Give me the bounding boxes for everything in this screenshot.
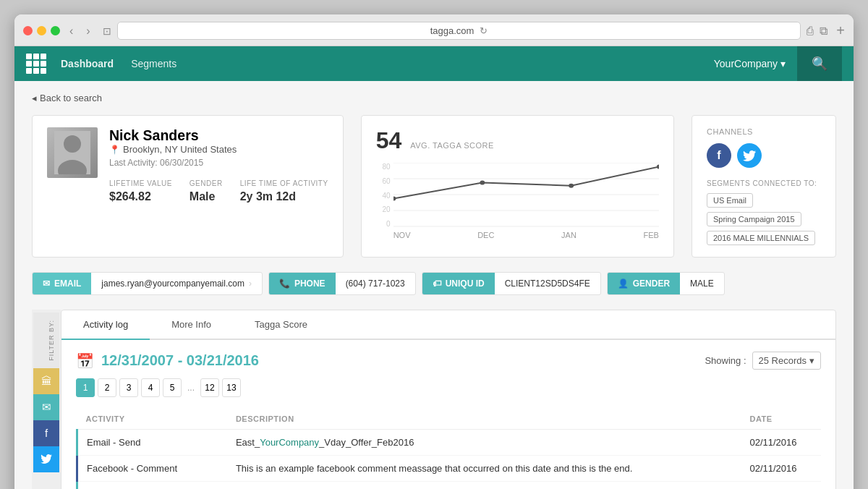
- phone-icon: 📞: [279, 278, 290, 289]
- page-button-1[interactable]: 1: [76, 378, 95, 397]
- chevron-down-icon: ▾: [780, 58, 786, 69]
- chevron-right-icon: ›: [249, 278, 252, 289]
- uniqueid-value: CLIENT12SD5DS4FE: [495, 273, 600, 294]
- col-description: DESCRIPTION: [227, 409, 741, 430]
- nav-dashboard[interactable]: Dashboard: [61, 58, 114, 69]
- channels-title: CHANNELS: [707, 127, 821, 136]
- tab-tagga-score[interactable]: Tagga Score: [233, 310, 329, 340]
- chart-card: 54 AVG. TAGGA SCORE 80 60 40 20 0: [361, 115, 674, 258]
- page-button-2[interactable]: 2: [98, 378, 116, 397]
- tab-more-info[interactable]: More Info: [150, 310, 233, 340]
- date-cell: 02/11/2016: [741, 456, 821, 482]
- table-row: MyBookMessage - Send Welcome Home (Email…: [77, 482, 822, 490]
- table-header: ACTIVITY DESCRIPTION DATE: [77, 409, 822, 430]
- table-row: Email - Send East_YourCompany_Vday_Offer…: [77, 430, 822, 456]
- filter-bank-button[interactable]: 🏛: [33, 368, 59, 394]
- chart-header: 54 AVG. TAGGA SCORE: [376, 127, 659, 154]
- back-to-search-link[interactable]: ◂ Back to search: [32, 93, 836, 103]
- phone-value: (604) 717-1023: [336, 273, 415, 294]
- svg-point-1: [64, 135, 81, 153]
- chart-axis-labels: NOV DEC JAN FEB: [376, 231, 659, 239]
- twitter-icon[interactable]: [737, 143, 762, 168]
- app-nav: Dashboard Segments YourCompany ▾ 🔍: [14, 46, 854, 81]
- page-button-4[interactable]: 4: [141, 378, 160, 397]
- main-with-sidebar: FILTER BY: 🏛 ✉ f Activity log More Info …: [32, 310, 836, 489]
- chart-score: 54: [376, 127, 402, 154]
- contact-uniqueid: 🏷 UNIQU ID CLIENT12SD5DS4FE: [422, 272, 601, 295]
- stat-lifetime-activity: LIFE TIME OF ACTIVITY 2y 3m 12d: [240, 179, 328, 203]
- traffic-lights: [23, 26, 60, 35]
- records-select[interactable]: 25 Records ▾: [752, 352, 821, 370]
- svg-point-8: [393, 197, 396, 201]
- duplicate-button[interactable]: ⧉: [820, 25, 827, 38]
- stat-lifetime-value: LIFETIME VALUE $264.82: [109, 179, 172, 203]
- contact-gender: 👤 GENDER MALE: [607, 272, 725, 295]
- sidebar-toggle[interactable]: ⊡: [103, 25, 111, 37]
- last-activity: Last Activity: 06/30/2015: [109, 158, 328, 168]
- profile-info: Nick Sanders 📍 Brooklyn, NY United State…: [109, 127, 328, 203]
- table-body: Email - Send East_YourCompany_Vday_Offer…: [77, 430, 822, 490]
- segment-tag: Spring Campaign 2015: [707, 212, 801, 226]
- share-button[interactable]: ⎙: [807, 25, 814, 38]
- maximize-button[interactable]: [51, 26, 60, 35]
- tab-activity-log[interactable]: Activity log: [61, 310, 150, 340]
- address-bar[interactable]: tagga.com ↻: [117, 22, 801, 40]
- location-icon: 📍: [109, 145, 120, 155]
- facebook-icon[interactable]: f: [707, 143, 731, 168]
- page-content: ◂ Back to search Nick: [14, 81, 854, 489]
- svg-point-10: [569, 184, 574, 188]
- email-label: ✉ EMAIL: [33, 273, 91, 294]
- description-cell: This is an example facebook comment meas…: [227, 456, 741, 482]
- page-button-3[interactable]: 3: [119, 378, 138, 397]
- line-chart: [393, 163, 659, 228]
- profile-card: Nick Sanders 📍 Brooklyn, NY United State…: [32, 115, 344, 258]
- filter-facebook-button[interactable]: f: [33, 420, 59, 446]
- nav-right: YourCompany ▾ 🔍: [714, 46, 842, 81]
- browser-chrome: ‹ › ⊡ tagga.com ↻ ⎙ ⧉ +: [14, 14, 854, 46]
- page-button-13[interactable]: 13: [222, 378, 241, 397]
- stat-gender: GENDER Male: [190, 179, 223, 203]
- segment-tag: 2016 MALE MILLENNIALS: [707, 231, 815, 245]
- activity-cell: Email - Send: [77, 430, 227, 456]
- svg-point-9: [480, 181, 485, 185]
- date-cell: 02/11/2016: [741, 482, 821, 490]
- calendar-icon: 📅: [76, 352, 94, 370]
- page-button-12[interactable]: 12: [200, 378, 219, 397]
- pagination: 1 2 3 4 5 ... 12 13: [76, 378, 821, 397]
- uniqueid-label: 🏷 UNIQU ID: [422, 273, 495, 294]
- avatar: [47, 127, 98, 178]
- back-button[interactable]: ‹: [66, 23, 77, 39]
- forward-button[interactable]: ›: [82, 23, 93, 39]
- app-logo: [26, 54, 46, 74]
- page-button-5[interactable]: 5: [163, 378, 182, 397]
- close-button[interactable]: [23, 26, 33, 35]
- filter-twitter-button[interactable]: [33, 446, 59, 472]
- new-tab-button[interactable]: +: [836, 22, 845, 39]
- segments-connected-title: SEGMENTS CONNECTED TO:: [707, 179, 821, 187]
- nav-links: Dashboard Segments: [61, 58, 176, 69]
- profile-location: 📍 Brooklyn, NY United States: [109, 144, 328, 155]
- minimize-button[interactable]: [37, 26, 46, 35]
- date-cell: 02/11/2016: [741, 430, 821, 456]
- company-selector[interactable]: YourCompany ▾: [714, 58, 786, 69]
- description-cell: Welcome Home (Email/Pending) to Person A…: [227, 482, 741, 490]
- segment-tag: US Email: [707, 193, 753, 208]
- email-value: james.ryan@yourcompanyemail.com ›: [91, 273, 262, 294]
- profile-name: Nick Sanders: [109, 127, 328, 144]
- phone-label: 📞 PHONE: [269, 273, 336, 294]
- date-range-row: 📅 12/31/2007 - 03/21/2016 Showing : 25 R…: [76, 352, 821, 370]
- search-button[interactable]: 🔍: [797, 46, 842, 81]
- col-date: DATE: [741, 409, 821, 430]
- social-icons: f: [707, 143, 821, 168]
- profile-stats: LIFETIME VALUE $264.82 GENDER Male LIFE …: [109, 179, 328, 203]
- tabs: Activity log More Info Tagga Score: [61, 310, 835, 340]
- gender-label: 👤 GENDER: [608, 273, 680, 294]
- showing-label: Showing : 25 Records ▾: [705, 352, 821, 370]
- segment-tags: US Email Spring Campaign 2015 2016 MALE …: [707, 193, 821, 245]
- filter-email-button[interactable]: ✉: [33, 394, 59, 420]
- person-icon: 👤: [618, 278, 629, 289]
- activity-content: 📅 12/31/2007 - 03/21/2016 Showing : 25 R…: [61, 340, 835, 489]
- contact-bar: ✉ EMAIL james.ryan@yourcompanyemail.com …: [32, 272, 836, 295]
- nav-segments[interactable]: Segments: [131, 58, 176, 69]
- svg-point-11: [657, 165, 659, 169]
